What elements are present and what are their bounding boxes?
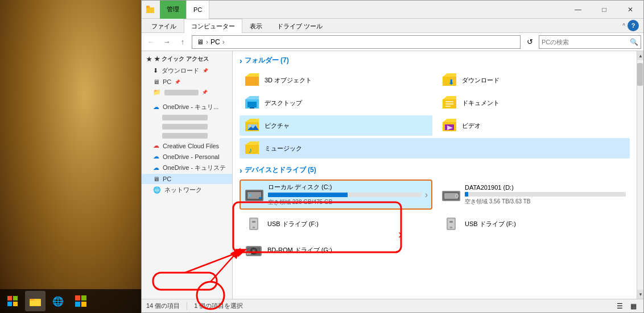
- svg-rect-10: [75, 302, 80, 307]
- pc-selected-icon: 🖥: [153, 176, 159, 182]
- drive-c-bar: [268, 193, 348, 197]
- blurred-label-4: [162, 133, 208, 139]
- sidebar-item-onedrive-kuri2[interactable]: ☁ OneDrive - キュリステ: [142, 162, 232, 174]
- scroll-down-button[interactable]: ▼: [637, 290, 643, 299]
- back-button[interactable]: ←: [144, 35, 158, 49]
- folder-item-3d[interactable]: 3D オブジェクト: [240, 70, 432, 90]
- store-taskbar-icon[interactable]: [71, 291, 91, 311]
- sidebar-item-network[interactable]: 🌐 ネットワーク: [142, 184, 232, 196]
- sidebar-onedrive-personal-label: OneDrive - Personal: [163, 153, 220, 160]
- up-button[interactable]: ↑: [176, 35, 189, 49]
- sidebar: ★ ★ クイック アクセス ⬇ ダウンロード 📌 🖥 PC 📌 📁 📌: [142, 51, 233, 299]
- devices-section-title: デバイスとドライブ (5): [240, 165, 630, 175]
- maximize-button[interactable]: □: [591, 1, 617, 19]
- svg-rect-9: [81, 295, 86, 301]
- svg-rect-57: [449, 221, 453, 223]
- folder-document-label: ドキュメント: [462, 99, 499, 107]
- sidebar-onedrive-kuri-label: OneDrive - キュリ...: [163, 103, 218, 111]
- download-icon: ⬇: [153, 67, 158, 74]
- svg-marker-39: [245, 141, 259, 145]
- folder-item-videos[interactable]: ビデオ: [437, 115, 630, 136]
- minimize-button[interactable]: —: [565, 1, 591, 19]
- svg-rect-7: [30, 301, 40, 306]
- scrollbar[interactable]: ▲ ▼: [637, 51, 643, 299]
- search-icon[interactable]: 🔍: [630, 38, 638, 46]
- blurred-label-1: [164, 90, 199, 95]
- sidebar-network-label: ネットワーク: [164, 186, 202, 194]
- drive-d-info: DATA201901 (D:) 空き領域 3.56 TB/3.63 TB: [465, 184, 626, 206]
- svg-marker-16: [245, 77, 259, 86]
- drive-item-d[interactable]: DATA201901 (D:) 空き領域 3.56 TB/3.63 TB: [437, 180, 630, 210]
- folder-item-pictures[interactable]: ピクチャ: [240, 115, 432, 136]
- drive-item-c[interactable]: ローカル ディスク (C:) 空き領域 228 GB/475 GB ›: [240, 180, 432, 210]
- svg-text:⬇: ⬇: [448, 78, 454, 86]
- svg-marker-35: [443, 119, 456, 122]
- ribbon-tab-computer[interactable]: コンピューター: [184, 19, 242, 33]
- window-controls: — □ ✕: [565, 1, 643, 18]
- forward-button[interactable]: →: [160, 35, 174, 49]
- start-button[interactable]: [2, 291, 23, 311]
- sidebar-item-blurred-4[interactable]: [142, 131, 232, 140]
- ribbon-tab-view[interactable]: 表示: [242, 19, 270, 33]
- tab-pc[interactable]: PC: [187, 1, 209, 19]
- scrollbar-thumb[interactable]: [637, 63, 643, 86]
- sidebar-item-pc[interactable]: 🖥 PC 📌: [142, 77, 232, 87]
- ribbon-collapse[interactable]: ^: [622, 23, 625, 29]
- close-button[interactable]: ✕: [617, 1, 643, 19]
- folders-title-text: フォルダー (7): [245, 56, 289, 65]
- svg-rect-26: [445, 101, 453, 102]
- address-bar: ← → ↑ 🖥 › PC › ↺ 🔍: [142, 33, 643, 51]
- sidebar-item-blurred-2[interactable]: [142, 113, 232, 122]
- folder-item-download[interactable]: ⬇ ダウンロード: [437, 70, 630, 90]
- folder-item-document[interactable]: ドキュメント: [437, 93, 630, 113]
- help-button[interactable]: ?: [628, 20, 639, 31]
- folder-videos-label: ビデオ: [462, 122, 481, 130]
- ribbon-tab-drive-tools[interactable]: ドライブ ツール: [270, 19, 330, 33]
- search-box[interactable]: 🔍: [539, 35, 641, 49]
- taskbar: 🌐: [0, 289, 141, 313]
- sidebar-item-onedrive-kuri[interactable]: ☁ OneDrive - キュリ...: [142, 101, 232, 113]
- folder-pictures-label: ピクチャ: [265, 122, 290, 130]
- blurred-label-3: [162, 124, 208, 130]
- svg-rect-23: [250, 107, 254, 108]
- sidebar-item-blurred-1[interactable]: 📁 📌: [142, 87, 232, 98]
- address-path[interactable]: 🖥 › PC ›: [192, 35, 521, 49]
- drive-item-usb2[interactable]: USB ドライブ (F:): [437, 212, 630, 236]
- devices-title-text: デバイスとドライブ (5): [245, 165, 316, 175]
- ie-taskbar-icon[interactable]: 🌐: [48, 291, 68, 311]
- sidebar-quick-access-header[interactable]: ★ ★ クイック アクセス: [142, 53, 232, 65]
- blurred-label-2: [162, 115, 208, 120]
- file-explorer-taskbar-icon[interactable]: [25, 291, 46, 311]
- folder-item-music[interactable]: ♪ ミュージック: [240, 138, 630, 158]
- tab-manage[interactable]: 管理: [160, 1, 187, 19]
- svg-rect-58: [450, 227, 452, 228]
- grid-view-button[interactable]: ▦: [628, 301, 639, 312]
- drive-d-bar-container: [465, 192, 626, 197]
- onedrive-personal-icon: ☁: [153, 153, 159, 160]
- drive-usb2-name: USB ドライブ (F:): [465, 220, 626, 228]
- sidebar-pc-label: PC: [163, 78, 171, 85]
- folder-icon: 📁: [153, 89, 161, 96]
- pc-icon: 🖥: [153, 78, 159, 85]
- sidebar-item-download[interactable]: ⬇ ダウンロード 📌: [142, 65, 232, 77]
- sidebar-item-onedrive-personal[interactable]: ☁ OneDrive - Personal: [142, 151, 232, 162]
- drive-item-bd[interactable]: BD BD-ROM ドライブ (G:): [240, 238, 432, 262]
- svg-rect-4: [30, 299, 41, 306]
- drive-item-usb1[interactable]: USB ドライブ (F:): [240, 212, 432, 236]
- folder-item-desktop[interactable]: デスクトップ: [240, 93, 432, 113]
- path-icon: 🖥: [197, 38, 204, 46]
- search-input[interactable]: [542, 39, 630, 45]
- ribbon-tab-file[interactable]: ファイル: [144, 19, 184, 33]
- drive-usb1-name: USB ドライブ (F:): [267, 220, 428, 228]
- scroll-up-button[interactable]: ▲: [637, 51, 643, 60]
- drive-c-icon: [244, 186, 265, 204]
- svg-rect-3: [13, 302, 18, 306]
- sidebar-item-creative-cloud[interactable]: ☁ Creative Cloud Files: [142, 140, 232, 151]
- sidebar-item-pc-selected[interactable]: 🖥 PC: [142, 174, 232, 184]
- refresh-button[interactable]: ↺: [523, 35, 536, 49]
- drive-d-bar: [465, 192, 468, 197]
- list-view-button[interactable]: ☰: [614, 301, 625, 312]
- sidebar-item-blurred-3[interactable]: [142, 122, 232, 131]
- drive-usb1-info: USB ドライブ (F:): [267, 220, 428, 228]
- folder-desktop-icon: [243, 95, 261, 111]
